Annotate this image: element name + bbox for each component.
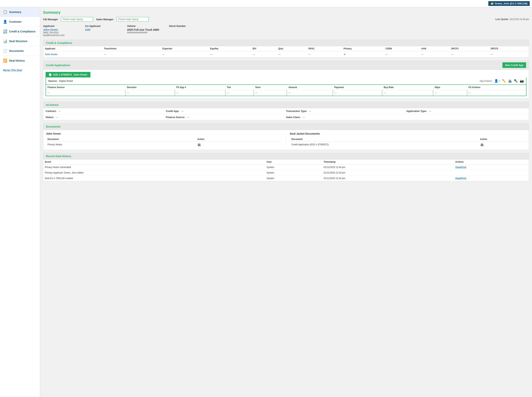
deal-history-title: Recent Deal History xyxy=(46,155,71,158)
cc-dpcf2: --- xyxy=(489,51,529,57)
econtract-transaction-label: Transaction Type: xyxy=(286,110,307,112)
finance-col-term: Term xyxy=(254,85,287,90)
privacy-notice-row: Privacy Notice 🖨️ xyxy=(46,142,282,148)
coapplicant-block: Co-Applicant Add xyxy=(85,25,119,37)
deal-history-card: Recent Deal History Event User Timestamp… xyxy=(43,153,529,181)
fi-manager-input[interactable] xyxy=(61,17,93,22)
view-print-link-1[interactable]: View/Print xyxy=(455,166,466,168)
history-col-user: User xyxy=(265,159,322,165)
pencil-icon[interactable]: ✒️ xyxy=(514,79,518,83)
applicant-doc-col: Document xyxy=(46,137,196,142)
coapplicant-label: Co-Applicant xyxy=(85,25,119,27)
econtract-status-val: --- xyxy=(56,116,58,119)
edit-icon[interactable]: ✏️ xyxy=(502,79,506,83)
app-actions-area: App Actions: 👤+ ✏️ 🖨️ ✒️ 📷 xyxy=(480,79,524,83)
history-timestamp-1: 01/11/2023 12:34 pm xyxy=(322,165,454,170)
cc-col-aan: AAN xyxy=(420,46,450,51)
deal-history-header: Recent Deal History xyxy=(43,153,529,159)
add-person-icon[interactable]: 👤+ xyxy=(494,79,500,83)
credit-compliance-title: Credit & Compliance xyxy=(46,41,72,44)
finance-tier-val: --- xyxy=(225,90,254,96)
econtract-transaction-val: --- xyxy=(309,110,311,112)
sidebar-label-credit: Credit & Compliance xyxy=(9,30,36,33)
deal-jacket-title: Deal Jacket Documents xyxy=(290,132,526,135)
new-credit-app-button[interactable]: New Credit App xyxy=(502,62,526,68)
econtract-body: Contract: --- Credit App: --- Transactio… xyxy=(43,108,529,120)
app-tab-id: E2E-1-37005572 xyxy=(53,73,72,76)
applicant-block: Applicant John Green (866) 768-8301 test… xyxy=(43,25,77,37)
econtract-creditapp: Credit App: --- xyxy=(166,110,286,112)
deal-structure-icon: 📊 xyxy=(3,39,7,43)
finance-col-tier: Tier xyxy=(225,85,254,90)
app-source: Source: Digital Retail xyxy=(48,80,73,82)
sales-manager-input[interactable] xyxy=(117,17,149,22)
econtract-contract: Contract: --- xyxy=(46,110,166,112)
cc-col-privacy: Privacy xyxy=(342,46,384,51)
econtract-contract-label: Contract: xyxy=(46,110,57,112)
credit-applications-header: Credit Applications New Credit App xyxy=(43,61,529,70)
finance-fsactions-val: --- xyxy=(467,90,526,96)
main-layout: 📋 Summary 👤 Customer 🔄 Credit & Complian… xyxy=(0,7,532,397)
history-user-2: System xyxy=(265,170,322,176)
history-event-2: Primary Applicant: Green, John edited xyxy=(43,170,265,176)
documents-icon: 📄 xyxy=(3,49,7,53)
econtract-apptype-val: --- xyxy=(429,110,431,112)
sidebar-item-documents[interactable]: 📄 Documents xyxy=(0,46,40,56)
finance-col-payment: Payment xyxy=(333,85,382,90)
sidebar-item-customer[interactable]: 👤 Customer xyxy=(0,17,40,27)
sidebar-item-deal-history[interactable]: 🔁 Deal History xyxy=(0,56,40,66)
documents-body: John Green Document Action xyxy=(43,130,529,150)
app-container: 📁 Green, John (DJ-1-7691136) 📋 Summary 👤… xyxy=(0,0,532,397)
cc-col-experian: Experian xyxy=(161,46,209,51)
fi-manager-label: F&I Manager xyxy=(43,18,58,21)
stock-block: Stock Number xyxy=(169,25,203,37)
history-header-row: Event User Timestamp Actions xyxy=(43,159,529,165)
history-row-2: Primary Applicant: Green, John edited Sy… xyxy=(43,170,529,176)
view-print-link-3[interactable]: View/Print xyxy=(455,177,466,180)
sidebar-item-summary[interactable]: 📋 Summary xyxy=(0,7,40,17)
cc-idv: --- xyxy=(251,51,277,57)
vehicle-value: 2020 Full-size Truck AWD xyxy=(127,28,161,31)
last-update-value: 01/11/23 12:34 pm xyxy=(510,18,529,21)
credit-app-doc-print[interactable]: 🖨️ xyxy=(479,142,526,148)
credit-applications-body: 📄 E2E-1-37005572 John Green Source: Digi… xyxy=(43,70,529,98)
finance-col-fsactions: FS Actions xyxy=(467,85,526,90)
app-tab[interactable]: 📄 E2E-1-37005572 John Green xyxy=(46,72,90,77)
app-tab-row: 📄 E2E-1-37005572 John Green xyxy=(46,72,526,77)
sidebar-label-summary: Summary xyxy=(9,11,21,13)
history-action-1[interactable]: View/Print xyxy=(454,165,529,170)
finance-amount-val: --- xyxy=(287,90,333,96)
cc-col-equifax: Equifax xyxy=(209,46,251,51)
finance-buyrate-val: --- xyxy=(382,90,433,96)
sidebar-label-documents: Documents xyxy=(9,50,24,52)
cc-aan: --- xyxy=(420,51,450,57)
coapplicant-add[interactable]: Add xyxy=(85,28,119,31)
app-details-row: Source: Digital Retail App Actions: 👤+ ✏… xyxy=(46,77,526,85)
applicant-name[interactable]: John Green xyxy=(43,28,77,31)
deal-title-text: Green, John (DJ-1-7691136) xyxy=(495,2,527,5)
finance-col-decision: Decision xyxy=(125,85,175,90)
privacy-notice-name: Privacy Notice xyxy=(46,142,196,148)
documents-card: Documents John Green Document Action xyxy=(43,123,529,150)
history-row-1: Privacy Notice Generated System 01/11/20… xyxy=(43,165,529,170)
sales-manager-label: Sales Manager xyxy=(96,18,113,21)
sidebar-item-credit-compliance[interactable]: 🔄 Credit & Compliance xyxy=(0,27,40,37)
summary-icon: 📋 xyxy=(3,10,7,14)
print-app-icon[interactable]: 🖨️ xyxy=(508,79,512,83)
app-source-label: Source: xyxy=(48,80,57,82)
stock-label: Stock Number xyxy=(169,25,203,27)
econtract-transaction-type: Transaction Type: --- xyxy=(286,110,406,112)
camera-icon[interactable]: 📷 xyxy=(520,79,524,83)
merge-deal-link[interactable]: Merge This Deal xyxy=(0,66,40,74)
privacy-notice-print[interactable]: 🖨️ xyxy=(196,142,282,148)
history-action-3[interactable]: View/Print xyxy=(454,176,529,181)
econtract-row2: Status: --- Finance Source: --- Sales Cl… xyxy=(43,114,529,120)
finance-header-row: Finance Source Decision FS App # Tier Te… xyxy=(46,85,526,90)
econtract-apptype-label: Application Type: xyxy=(406,110,427,112)
top-bar: 📁 Green, John (DJ-1-7691136) xyxy=(0,0,532,7)
main-content: Summary F&I Manager Sales Manager Last U… xyxy=(40,7,532,397)
deal-jacket-doc-col: Document xyxy=(290,137,479,142)
history-row-3: Deal DJ-1-7691136 created System 01/11/2… xyxy=(43,176,529,181)
cc-applicant-name[interactable]: John Green xyxy=(43,51,102,57)
sidebar-item-deal-structure[interactable]: 📊 Deal Structure xyxy=(0,37,40,46)
